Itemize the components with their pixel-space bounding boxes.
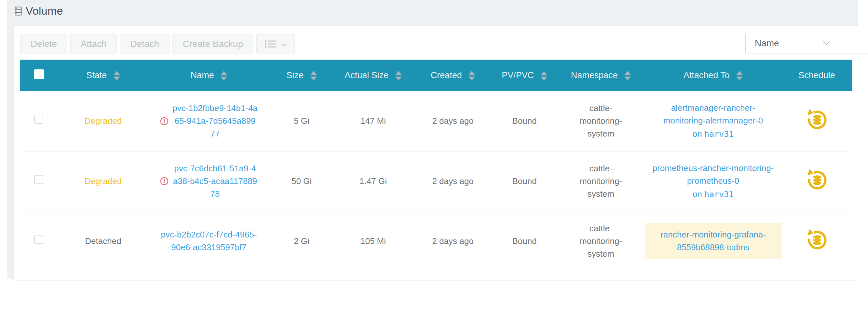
column-header-namespace[interactable]: Namespace: [557, 60, 645, 91]
column-header-schedule: Schedule: [781, 60, 852, 91]
row-checkbox[interactable]: [34, 235, 43, 244]
alert-icon: [160, 177, 168, 185]
sort-icon: [310, 71, 317, 81]
chevron-down-icon: [281, 39, 287, 49]
table-header: State Name Size Actual Size: [20, 60, 852, 91]
sort-icon: [468, 71, 475, 81]
status-badge: Detached: [85, 236, 121, 246]
sort-icon: [541, 71, 547, 81]
page-title: Volume: [26, 5, 63, 17]
column-header-attached-to[interactable]: Attached To: [645, 60, 781, 91]
size-cell: 2 Gi: [271, 211, 333, 271]
filter-search-input[interactable]: [838, 33, 868, 53]
volume-page-panel: Volume Delete Attach Detach Create Backu…: [7, 0, 858, 279]
created-cell: 2 days ago: [414, 91, 492, 151]
namespace-cell: cattle-monitoring-system: [574, 102, 628, 140]
list-icon: [265, 39, 276, 49]
attached-workload-link-highlighted[interactable]: rancher-monitoring-grafana-8559b68898-tc…: [645, 223, 781, 259]
column-header-state[interactable]: State: [59, 60, 147, 91]
volume-name-link[interactable]: pvc-7c6dcb61-51a9-4a38-b4c5-acaa11788978: [173, 162, 258, 200]
more-actions-dropdown-button[interactable]: [256, 33, 295, 54]
page-header: Volume: [14, 5, 63, 17]
volume-table-card: Delete Attach Detach Create Backup: [13, 25, 858, 281]
table-row: Degraded pvc-7c6dcb61-51a9-4a38-b4c5-aca…: [20, 151, 852, 211]
column-header-name[interactable]: Name: [147, 60, 271, 91]
sort-icon: [114, 71, 120, 81]
sort-icon: [221, 71, 227, 81]
attach-button[interactable]: Attach: [70, 33, 117, 54]
status-badge: Degraded: [85, 116, 122, 126]
pv-pvc-cell: Bound: [492, 211, 557, 271]
volume-name-link[interactable]: pvc-1b2fbbe9-14b1-4a65-941a-7d5645a89977: [173, 102, 258, 140]
filter-group: Name: [745, 33, 868, 53]
recurring-backup-schedule-icon: [806, 169, 828, 190]
attached-node: on harv31: [645, 188, 781, 201]
row-checkbox[interactable]: [34, 115, 43, 124]
node-name: harv31: [704, 129, 734, 139]
pv-pvc-cell: Bound: [492, 91, 557, 151]
actual-size-cell: 147 Mi: [333, 91, 414, 151]
alert-icon: [160, 117, 168, 125]
toolbar: Delete Attach Detach Create Backup: [20, 33, 851, 54]
namespace-cell: cattle-monitoring-system: [574, 222, 628, 260]
volume-table: State Name Size Actual Size: [20, 60, 852, 271]
created-cell: 2 days ago: [414, 151, 492, 211]
size-cell: 50 Gi: [271, 151, 333, 211]
column-header-pv-pvc[interactable]: PV/PVC: [492, 60, 557, 91]
volume-rack-icon: [14, 6, 22, 16]
volume-name-link[interactable]: pvc-b2b2c07c-f7cd-4965-90e6-ac3319597bf7: [160, 228, 258, 254]
status-badge: Degraded: [85, 176, 122, 186]
sort-icon: [736, 71, 743, 81]
detach-button[interactable]: Detach: [120, 33, 169, 54]
attached-workload-link[interactable]: prometheus-rancher-monitoring-prometheus…: [651, 162, 776, 187]
row-checkbox[interactable]: [34, 175, 43, 184]
filter-field-value: Name: [755, 38, 779, 49]
filter-field-select[interactable]: Name: [745, 33, 838, 53]
recurring-backup-schedule-icon: [806, 229, 828, 250]
select-all-checkbox[interactable]: [34, 69, 44, 79]
column-header-size[interactable]: Size: [271, 60, 333, 91]
node-name: harv31: [704, 190, 734, 199]
column-header-actual-size[interactable]: Actual Size: [333, 60, 414, 91]
pv-pvc-cell: Bound: [492, 151, 557, 211]
create-backup-button[interactable]: Create Backup: [173, 33, 253, 54]
delete-button[interactable]: Delete: [20, 33, 67, 54]
header-checkbox-cell: [20, 60, 59, 91]
actual-size-cell: 1.47 Gi: [333, 151, 414, 211]
created-cell: 2 days ago: [414, 211, 492, 271]
sort-icon: [395, 71, 402, 81]
attached-workload-link[interactable]: alertmanager-rancher-monitoring-alertman…: [651, 102, 776, 127]
sort-icon: [624, 71, 631, 81]
attached-node: on harv31: [645, 128, 781, 140]
recurring-backup-schedule-icon: [806, 109, 828, 130]
table-row: Degraded pvc-1b2fbbe9-14b1-4a65-941a-7d5…: [20, 91, 852, 151]
namespace-cell: cattle-monitoring-system: [574, 162, 628, 200]
table-row: Detached pvc-b2b2c07c-f7cd-4965-90e6-ac3…: [20, 211, 852, 271]
chevron-down-icon: [823, 41, 830, 45]
size-cell: 5 Gi: [271, 91, 333, 151]
actual-size-cell: 105 Mi: [333, 211, 414, 271]
table-body: Degraded pvc-1b2fbbe9-14b1-4a65-941a-7d5…: [20, 91, 852, 271]
column-header-created[interactable]: Created: [414, 60, 492, 91]
